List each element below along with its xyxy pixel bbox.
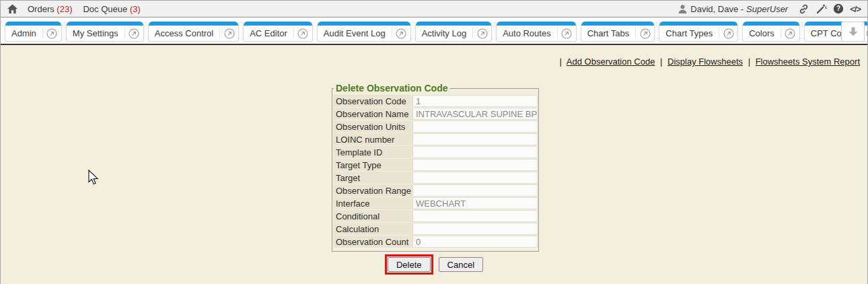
row-value [412,159,538,171]
top-header: Orders (23) Doc Queue (3) David, Dave - … [1,1,867,17]
svg-text:?: ? [836,5,840,12]
open-in-new-icon[interactable] [636,28,654,39]
observation-table: Observation Code 1 Observation Name INTR… [333,95,538,248]
action-link[interactable]: Display Flowsheets [667,57,743,67]
link-group: | Flowsheets System Report [746,57,860,67]
link-group: | Add Observation Code [557,57,657,67]
row-value: 0 [412,236,538,248]
admin-tab[interactable]: Admin [5,22,62,42]
header-right: David, Dave - SuperUser ? </> [678,3,861,15]
row-value: WEBCHART [412,197,538,209]
row-label: Conditional [333,210,412,222]
row-value [412,120,538,133]
row-label: Template ID [333,146,412,158]
tab-label: Colors [743,28,781,38]
tab-body: Activity Log [416,26,491,41]
row-label: Observation Code [333,95,412,107]
user-icon [678,4,688,14]
table-row: Target [333,172,538,184]
tab-body: AC Editor [244,26,312,41]
row-label: Interface [333,197,412,209]
admin-tab[interactable]: Colors [742,22,800,42]
tab-body: Access Control [149,26,238,41]
admin-tab[interactable]: AC Editor [243,22,313,42]
open-in-new-icon[interactable] [558,28,576,39]
tab-body: Colors [743,26,799,41]
admin-tab[interactable]: My Settings [66,22,144,42]
wand-icon[interactable] [816,3,827,15]
tab-body: Chart Types [659,26,737,41]
open-in-new-icon[interactable] [719,28,737,39]
tab-label: Activity Log [416,28,472,38]
open-in-new-icon[interactable] [125,28,143,39]
tab-label: AC Editor [244,28,293,38]
link-separator: | [660,57,662,67]
open-in-new-icon[interactable] [781,28,799,39]
table-row: LOINC number [333,133,538,145]
admin-tab[interactable]: Auto Routes [496,22,577,42]
home-icon[interactable] [7,4,18,14]
action-link[interactable]: Flowsheets System Report [756,57,860,67]
open-in-new-icon[interactable] [220,28,238,39]
table-row: Conditional [333,210,538,222]
link-separator: | [748,57,750,67]
content-area: | Add Observation Code | Display Flowshe… [1,45,867,284]
table-row: Calculation [333,223,538,235]
row-value [412,146,538,158]
row-value: INTRAVASCULAR SUPINE BP [412,108,538,120]
admin-tab[interactable]: Chart Tabs [581,22,655,42]
admin-tab[interactable]: Activity Log [415,22,492,42]
tab-label: Access Control [149,28,219,38]
tab-label: Audit Event Log [318,28,392,38]
row-label: Observation Count [333,236,412,248]
open-in-new-icon[interactable] [473,28,491,39]
open-in-new-icon[interactable] [392,28,410,39]
admin-tab[interactable]: Chart Types [659,22,738,42]
tab-body: My Settings [67,26,143,41]
table-row: Observation Count 0 [333,236,538,248]
tab-overflow-button[interactable] [841,22,865,42]
link-icon[interactable] [798,3,809,15]
delete-observation-panel: Delete Observation Code Observation Code… [332,83,536,252]
tab-label: Admin [5,28,42,38]
tab-label: My Settings [67,28,124,38]
header-nav: Orders (23) Doc Queue (3) [28,4,151,14]
admin-tab[interactable]: Audit Event Log [317,22,411,42]
action-links: | Add Observation Code | Display Flowshe… [557,57,860,67]
user-info: David, Dave - SuperUser [678,4,788,14]
link-separator: | [560,57,562,67]
delete-button[interactable]: Delete [388,257,431,272]
tab-body: Audit Event Log [318,26,410,41]
row-label: Target Type [333,159,412,171]
header-nav-item[interactable]: Doc Queue (3) [83,4,140,14]
open-in-new-icon[interactable] [43,28,61,39]
row-label: Target [333,172,412,184]
code-icon[interactable]: </> [850,4,861,14]
admin-tab[interactable]: Access Control [148,22,239,42]
user-name: David, Dave - [690,4,744,14]
nav-item-label: Doc Queue [83,4,127,14]
tab-bar: Admin My Settings [1,18,867,45]
help-icon[interactable]: ? [833,3,844,14]
cancel-button[interactable]: Cancel [439,257,483,272]
row-value [412,223,538,235]
nav-item-count: (23) [57,4,72,14]
down-arrow-icon [847,26,859,38]
row-label: Observation Range [333,184,412,197]
user-role: SuperUser [746,4,788,14]
button-row: Delete Cancel [1,254,867,275]
nav-item-label: Orders [28,4,55,14]
tab-body: Admin [5,26,61,41]
row-value [412,210,538,222]
tab-label: Chart Tabs [581,28,636,38]
row-label: LOINC number [333,133,412,145]
row-value [412,133,538,145]
highlight-annotation: Delete [385,254,433,275]
action-link[interactable]: Add Observation Code [567,57,655,67]
fieldset-legend: Delete Observation Code [334,83,450,94]
page: Orders (23) Doc Queue (3) David, Dave - … [0,0,868,284]
delete-observation-fieldset: Delete Observation Code Observation Code… [332,83,539,252]
link-group: | Display Flowsheets [657,57,746,67]
header-nav-item[interactable]: Orders (23) [28,4,72,14]
open-in-new-icon[interactable] [294,28,312,39]
